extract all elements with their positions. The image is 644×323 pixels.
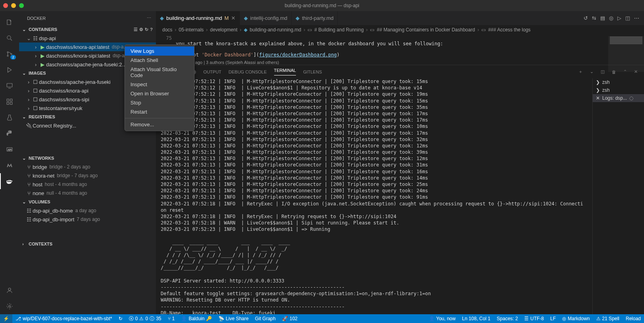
activity-bar: 2 API bbox=[0, 11, 19, 314]
test-icon[interactable] bbox=[0, 110, 19, 126]
terminal-output[interactable]: 07:52:12 | INFO | M-HttpTriplestoreConne… bbox=[156, 78, 592, 314]
markdown-file-icon: ◆ bbox=[244, 15, 248, 21]
cursor-position[interactable]: Ln 108, Col 1 bbox=[459, 314, 493, 323]
section-contexts[interactable]: ›CONTEXTS bbox=[19, 240, 156, 248]
volume-item[interactable]: ☷dsp-api_db-homea day ago bbox=[19, 206, 156, 215]
terminal-session[interactable]: ❯zsh bbox=[593, 78, 644, 86]
help-icon[interactable]: ? bbox=[150, 27, 153, 32]
plug-icon: ⑂ bbox=[168, 316, 171, 321]
svg-point-0 bbox=[7, 36, 11, 39]
terminal-session[interactable]: ❯zsh bbox=[593, 86, 644, 94]
markdown-file-icon: ◆ bbox=[160, 15, 164, 21]
sync-button[interactable]: ↻ bbox=[115, 314, 126, 323]
menu-view-logs[interactable]: View Logs bbox=[125, 46, 194, 56]
symbol-heading-icon: ▭ bbox=[307, 27, 312, 33]
tab-third-party[interactable]: ◆ third-party.md bbox=[292, 11, 338, 25]
scm-icon[interactable]: 2 bbox=[0, 46, 19, 62]
remote-explorer-icon[interactable] bbox=[0, 78, 19, 94]
tab-building-and-running[interactable]: ◆ building-and-running.md M ✕ bbox=[156, 11, 240, 25]
minimize-window-icon[interactable] bbox=[11, 3, 16, 8]
editor-area: ◆ building-and-running.md M ✕ ◆ intellij… bbox=[156, 11, 644, 314]
tab-intellij-config[interactable]: ◆ intellij-config.md bbox=[240, 11, 292, 25]
compare-icon[interactable]: ⇆ bbox=[592, 15, 596, 21]
menu-stop[interactable]: Stop bbox=[125, 98, 194, 107]
metals-icon[interactable] bbox=[0, 157, 19, 173]
spell-button[interactable]: ⚠21 Spell bbox=[593, 314, 623, 323]
menu-inspect[interactable]: Inspect bbox=[125, 80, 194, 89]
gitlens-codelens[interactable]: second ago | 3 authors (Sepideh Alassi a… bbox=[156, 60, 644, 65]
svg-rect-5 bbox=[7, 99, 9, 101]
ports-button[interactable]: ⑂1 bbox=[165, 314, 178, 323]
menu-restart[interactable]: Restart bbox=[125, 107, 194, 116]
refresh-icon[interactable]: ↻ bbox=[145, 27, 148, 32]
encoding-button[interactable]: ☰UTF-8 bbox=[521, 314, 547, 323]
volume-item[interactable]: ☷dsp-api_db-import7 days ago bbox=[19, 215, 156, 224]
svg-point-1 bbox=[7, 52, 8, 53]
menu-separator bbox=[125, 118, 194, 118]
svg-rect-7 bbox=[7, 103, 9, 104]
section-containers[interactable]: ⌄CONTAINERS ☰ ⚙ ↻ ? bbox=[19, 25, 156, 34]
svg-rect-8 bbox=[10, 103, 12, 104]
menu-remove[interactable]: Remove... bbox=[125, 120, 194, 129]
container-group[interactable]: ⌄☷dsp-api bbox=[19, 34, 156, 43]
split-terminal-icon[interactable]: ◫ bbox=[601, 69, 605, 74]
more-actions-icon[interactable]: ⋯ bbox=[634, 15, 639, 21]
section-networks[interactable]: ⌄NETWORKS bbox=[19, 154, 156, 162]
network-item[interactable]: ⑂nonenull - 4 months ago bbox=[19, 189, 156, 197]
account-icon[interactable] bbox=[0, 282, 19, 298]
docker-icon[interactable] bbox=[0, 173, 19, 189]
tab-terminal[interactable]: TERMINAL bbox=[274, 68, 296, 75]
close-window-icon[interactable] bbox=[3, 3, 8, 8]
section-volumes[interactable]: ⌄VOLUMES bbox=[19, 197, 156, 206]
tab-output[interactable]: OUTPUT bbox=[203, 70, 221, 74]
language-button[interactable]: ◎Markdown bbox=[559, 314, 593, 323]
network-item[interactable]: ⑂hosthost - 4 months ago bbox=[19, 180, 156, 189]
problems-button[interactable]: ⓧ0⚠0ⓘ35 bbox=[126, 314, 165, 323]
network-item[interactable]: ⑂knora-netbridge - 7 days ago bbox=[19, 171, 156, 180]
sidebar-title: DOCKER bbox=[27, 16, 46, 21]
terminal-session[interactable]: ✕Logs: dsp...◌ bbox=[593, 94, 644, 102]
settings-icon[interactable]: ⚙ bbox=[139, 27, 143, 32]
user-button[interactable]: 👤Balduin 🔑 bbox=[178, 314, 215, 323]
remote-button[interactable]: ⚡ bbox=[0, 314, 12, 323]
split-preview-icon[interactable]: ▤ bbox=[600, 15, 605, 21]
tab-debug-console[interactable]: DEBUG CONSOLE bbox=[229, 70, 267, 74]
new-terminal-icon[interactable]: ＋ bbox=[578, 69, 583, 75]
statusbar: ⚡ ⎇wip/DEV-607-docs-replace-bazel-with-s… bbox=[0, 314, 644, 323]
python-icon[interactable] bbox=[0, 126, 19, 141]
split-icon[interactable]: ◫ bbox=[625, 15, 630, 21]
symbol-heading-icon: ▭ bbox=[481, 27, 486, 33]
liveshare-button[interactable]: 📡Live Share bbox=[215, 314, 252, 323]
maximize-window-icon[interactable] bbox=[19, 3, 24, 8]
gear-icon[interactable] bbox=[0, 298, 19, 314]
network-item[interactable]: ⑂bridgebridge - 2 days ago bbox=[19, 162, 156, 171]
run-icon[interactable]: ▷ bbox=[617, 15, 621, 21]
minimap[interactable] bbox=[608, 36, 644, 72]
history-icon[interactable]: ↺ bbox=[584, 15, 588, 21]
tab-gitlens[interactable]: GITLENS bbox=[303, 70, 322, 74]
list-icon[interactable]: ☰ bbox=[134, 27, 138, 32]
sidebar-more-icon[interactable]: ⋯ bbox=[147, 15, 151, 21]
extensions-icon[interactable] bbox=[0, 94, 19, 110]
branch-button[interactable]: ⎇wip/DEV-607-docs-replace-bazel-with-sbt… bbox=[12, 314, 115, 323]
run-debug-icon[interactable] bbox=[0, 62, 19, 78]
code-editor[interactable]: 75 you start the knora-stack as explaine… bbox=[156, 35, 644, 58]
branch-icon: ⎇ bbox=[16, 316, 21, 321]
api-icon[interactable]: API bbox=[0, 141, 19, 157]
rocket-button[interactable]: 🚀102 bbox=[279, 314, 301, 323]
search-icon[interactable] bbox=[0, 30, 19, 46]
menu-open-browser[interactable]: Open in Browser bbox=[125, 89, 194, 98]
breadcrumbs[interactable]: docs› 05-internals› development› ◆buildi… bbox=[156, 25, 644, 35]
gitgraph-button[interactable]: Git Graph bbox=[252, 314, 279, 323]
menu-attach-vscode[interactable]: Attach Visual Studio Code bbox=[125, 65, 194, 80]
blame-button[interactable]: 👤You, now bbox=[426, 314, 459, 323]
eol-button[interactable]: LF bbox=[547, 314, 559, 323]
indentation-button[interactable]: Spaces: 2 bbox=[494, 314, 521, 323]
preview-icon[interactable]: ◎ bbox=[609, 15, 613, 21]
terminal-dropdown-icon[interactable]: ⌄ bbox=[590, 69, 593, 74]
menu-attach-shell[interactable]: Attach Shell bbox=[125, 56, 194, 65]
tab-bar: ◆ building-and-running.md M ✕ ◆ intellij… bbox=[156, 11, 644, 25]
explorer-icon[interactable] bbox=[0, 14, 19, 30]
reload-button[interactable]: Reload bbox=[623, 314, 644, 323]
close-tab-icon[interactable]: ✕ bbox=[231, 15, 235, 21]
